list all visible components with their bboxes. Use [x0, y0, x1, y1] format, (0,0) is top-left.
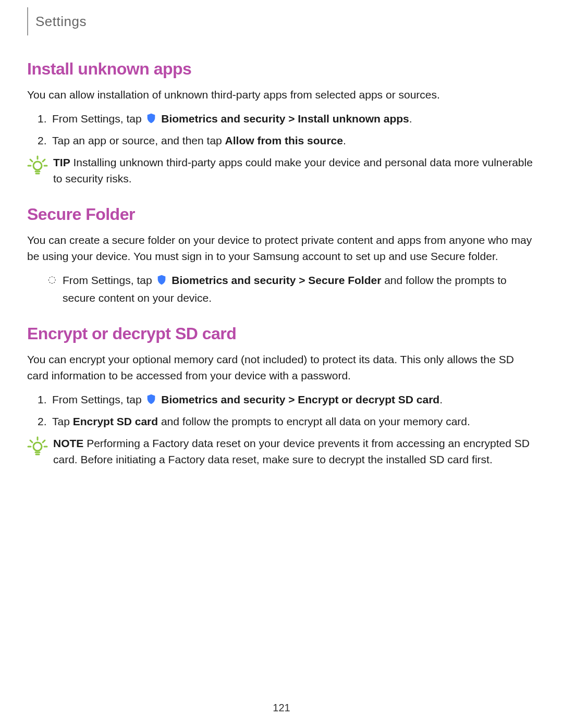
step-bold: Allow from this source [225, 134, 343, 146]
callout-body: NOTE Performing a Factory data reset on … [53, 435, 536, 468]
step-suffix: and follow the prompts to encrypt all da… [158, 415, 470, 427]
step-text: From Settings, tap [52, 113, 144, 125]
shield-icon [145, 393, 157, 410]
lightbulb-icon [27, 436, 48, 462]
steps-encrypt-sd: From Settings, tap Biometrics and securi… [27, 391, 536, 430]
step-bold: Encrypt SD card [73, 415, 158, 427]
steps-secure-folder: From Settings, tap Biometrics and securi… [27, 272, 536, 306]
list-item: Tap Encrypt SD card and follow the promp… [27, 413, 536, 430]
list-item: From Settings, tap Biometrics and securi… [27, 391, 536, 410]
step-bold: Biometrics and security > Secure Folder [172, 274, 381, 286]
list-item: From Settings, tap Biometrics and securi… [27, 272, 536, 306]
tip-text: Installing unknown third-party apps coul… [53, 156, 533, 185]
intro-install-unknown-apps: You can allow installation of unknown th… [27, 87, 536, 103]
step-bold: Biometrics and security > Install unknow… [161, 113, 409, 125]
lightbulb-icon [27, 155, 48, 181]
step-text: Tap [52, 415, 73, 427]
callout-body: TIP Installing unknown third-party apps … [53, 154, 536, 187]
step-suffix: . [409, 113, 412, 125]
note-text: Performing a Factory data reset on your … [53, 437, 530, 466]
step-text: From Settings, tap [52, 393, 144, 405]
heading-encrypt-sd: Encrypt or decrypt SD card [27, 321, 536, 346]
intro-secure-folder: You can create a secure folder on your d… [27, 232, 536, 265]
step-bold: Biometrics and security > Encrypt or dec… [161, 393, 439, 405]
heading-secure-folder: Secure Folder [27, 202, 536, 227]
step-suffix: . [439, 393, 443, 405]
page-number: 121 [0, 700, 563, 715]
list-item: Tap an app or source, and then tap Allow… [27, 132, 536, 149]
step-text: From Settings, tap [63, 274, 155, 286]
note-label: NOTE [53, 437, 83, 449]
steps-install-unknown-apps: From Settings, tap Biometrics and securi… [27, 110, 536, 149]
tip-callout: TIP Installing unknown third-party apps … [27, 154, 536, 187]
shield-icon [156, 274, 167, 290]
list-item: From Settings, tap Biometrics and securi… [27, 110, 536, 129]
note-callout: NOTE Performing a Factory data reset on … [27, 435, 536, 468]
breadcrumb: Settings [35, 11, 87, 32]
step-suffix: . [343, 134, 346, 146]
heading-install-unknown-apps: Install unknown apps [27, 56, 536, 81]
intro-encrypt-sd: You can encrypt your optional memory car… [27, 351, 536, 384]
tip-label: TIP [53, 156, 70, 168]
page-header: Settings [27, 7, 536, 35]
shield-icon [145, 112, 157, 129]
step-text: Tap an app or source, and then tap [52, 134, 225, 146]
